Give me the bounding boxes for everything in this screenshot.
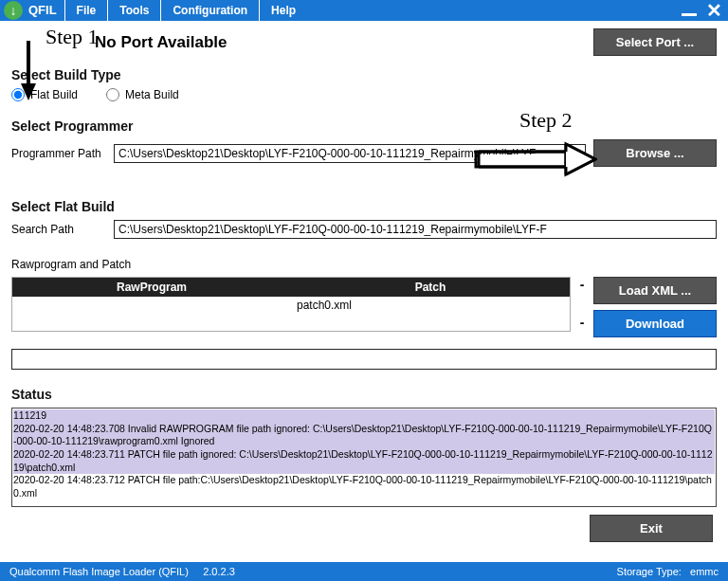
statusbar-left: Qualcomm Flash Image Loader (QFIL) 2.0.2… xyxy=(9,566,235,577)
content-area: No Port Available Select Port ... Select… xyxy=(0,21,728,542)
port-status-title: No Port Available xyxy=(95,33,228,52)
status-line: 111219 xyxy=(13,409,715,423)
table-header: RawProgram Patch xyxy=(12,278,570,297)
rawprogram-table: RawProgram Patch patch0.xml xyxy=(11,277,571,332)
cell-patch: patch0.xml xyxy=(291,297,570,331)
table-remove-bottom-button[interactable]: - xyxy=(576,315,588,330)
window-controls: ✕ xyxy=(682,0,728,21)
minimize-icon[interactable] xyxy=(682,13,697,16)
programmer-path-input[interactable] xyxy=(114,144,586,163)
col-patch: Patch xyxy=(291,281,570,294)
search-path-input[interactable] xyxy=(114,220,717,239)
build-type-header: Select Build Type xyxy=(11,67,717,82)
table-remove-top-button[interactable]: - xyxy=(576,277,588,292)
status-header: Status xyxy=(11,387,717,402)
statusbar-app-name: Qualcomm Flash Image Loader (QFIL) xyxy=(9,566,189,577)
statusbar-version: 2.0.2.3 xyxy=(203,566,235,577)
close-icon[interactable]: ✕ xyxy=(706,3,722,18)
search-path-row: Search Path xyxy=(11,220,717,239)
search-path-label: Search Path xyxy=(11,223,106,236)
exit-row: Exit xyxy=(11,515,717,542)
radio-flat-build[interactable]: Flat Build xyxy=(11,88,78,101)
flat-build-header: Select Flat Build xyxy=(11,199,717,214)
app-logo-icon: ↓ xyxy=(4,1,23,20)
radio-flat-input[interactable] xyxy=(11,88,25,101)
rawprogram-patch-section: RawProgram Patch patch0.xml - - Load XML… xyxy=(11,277,717,337)
table-buttons: Load XML ... Download xyxy=(593,277,717,337)
status-line: 2020-02-20 14:48:23.711 PATCH file path … xyxy=(13,448,715,474)
radio-meta-build[interactable]: Meta Build xyxy=(106,88,179,101)
storage-type-label: Storage Type: xyxy=(617,566,682,577)
download-button[interactable]: Download xyxy=(593,310,717,337)
table-row: patch0.xml xyxy=(12,297,570,331)
radio-flat-label: Flat Build xyxy=(30,88,78,101)
port-row: No Port Available Select Port ... xyxy=(11,28,717,56)
progress-bar xyxy=(11,349,717,370)
table-controls: - - xyxy=(576,277,588,330)
cell-rawprogram xyxy=(12,297,291,331)
radio-meta-label: Meta Build xyxy=(125,88,179,101)
programmer-row: Programmer Path Browse ... xyxy=(11,139,717,167)
programmer-path-label: Programmer Path xyxy=(11,147,106,160)
menu-file[interactable]: File xyxy=(64,0,108,21)
exit-button[interactable]: Exit xyxy=(590,515,713,542)
menu-bar: ↓ QFIL File Tools Configuration Help ✕ xyxy=(0,0,728,21)
status-log[interactable]: 111219 2020-02-20 14:48:23.708 Invalid R… xyxy=(11,408,717,507)
statusbar-right: Storage Type: emmc xyxy=(617,566,719,577)
menu-configuration[interactable]: Configuration xyxy=(160,0,259,21)
build-type-radios: Flat Build Meta Build xyxy=(11,88,717,101)
menu-help[interactable]: Help xyxy=(259,0,307,21)
rawprogram-patch-label: Rawprogram and Patch xyxy=(11,258,717,271)
status-bar: Qualcomm Flash Image Loader (QFIL) 2.0.2… xyxy=(0,562,728,581)
select-port-button[interactable]: Select Port ... xyxy=(593,28,717,56)
browse-button[interactable]: Browse ... xyxy=(593,139,717,167)
load-xml-button[interactable]: Load XML ... xyxy=(593,277,717,304)
storage-type-value: emmc xyxy=(690,566,719,577)
status-line: 2020-02-20 14:48:23.712 PATCH file path:… xyxy=(13,474,715,499)
menu-tools[interactable]: Tools xyxy=(107,0,160,21)
programmer-header: Select Programmer xyxy=(11,118,717,134)
app-name: QFIL xyxy=(27,0,64,21)
status-line: 2020-02-20 14:48:23.708 Invalid RAWPROGR… xyxy=(13,423,715,448)
col-rawprogram: RawProgram xyxy=(12,281,291,294)
radio-meta-input[interactable] xyxy=(106,88,119,101)
